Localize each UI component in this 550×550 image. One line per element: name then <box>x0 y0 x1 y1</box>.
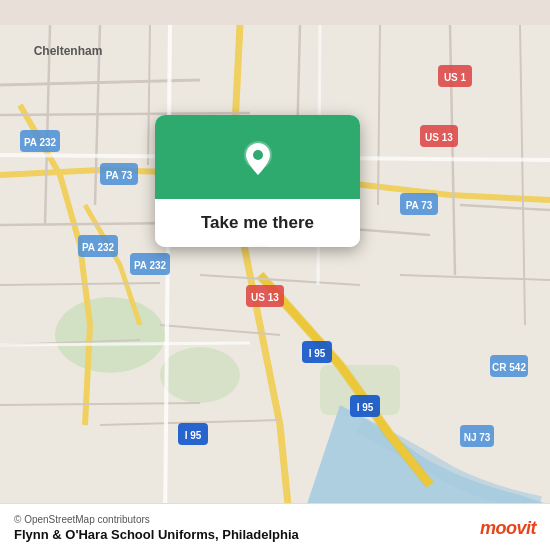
moovit-logo: moovit <box>480 518 536 539</box>
svg-point-51 <box>253 150 263 160</box>
svg-point-2 <box>160 347 240 403</box>
bottom-bar: © OpenStreetMap contributors Flynn & O'H… <box>0 503 550 550</box>
svg-text:I 95: I 95 <box>309 348 326 359</box>
bottom-left: © OpenStreetMap contributors Flynn & O'H… <box>14 514 299 542</box>
osm-attribution: © OpenStreetMap contributors <box>14 514 299 525</box>
svg-text:NJ 73: NJ 73 <box>464 432 491 443</box>
moovit-logo-text: moovit <box>480 518 536 539</box>
svg-text:PA 73: PA 73 <box>106 170 133 181</box>
svg-point-1 <box>55 297 165 373</box>
svg-text:PA 232: PA 232 <box>24 137 57 148</box>
svg-text:US 13: US 13 <box>425 132 453 143</box>
svg-text:US 13: US 13 <box>251 292 279 303</box>
popup-card: Take me there <box>155 115 360 247</box>
svg-text:US 1: US 1 <box>444 72 467 83</box>
map-background: PA 232 PA 232 PA 232 PA 73 PA 73 US 1 US… <box>0 0 550 550</box>
svg-text:PA 232: PA 232 <box>134 260 167 271</box>
svg-text:PA 73: PA 73 <box>406 200 433 211</box>
location-pin-icon <box>236 137 280 181</box>
svg-text:CR 542: CR 542 <box>492 362 526 373</box>
location-name: Flynn & O'Hara School Uniforms, Philadel… <box>14 527 299 542</box>
svg-text:I 95: I 95 <box>357 402 374 413</box>
popup-green-area <box>155 115 360 199</box>
take-me-there-button[interactable]: Take me there <box>155 199 360 247</box>
svg-text:Cheltenham: Cheltenham <box>34 44 103 58</box>
svg-text:I 95: I 95 <box>185 430 202 441</box>
map-container: PA 232 PA 232 PA 232 PA 73 PA 73 US 1 US… <box>0 0 550 550</box>
svg-text:PA 232: PA 232 <box>82 242 115 253</box>
